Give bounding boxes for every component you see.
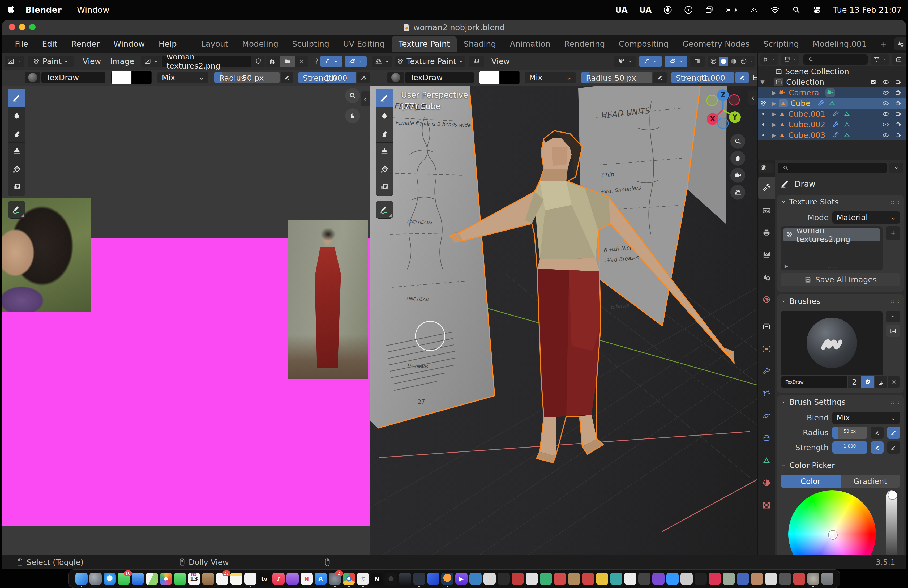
menubar-app-name[interactable]: Blender xyxy=(26,5,61,14)
dock-item-tv[interactable]: tv xyxy=(258,573,270,585)
display-mode-button[interactable] xyxy=(781,55,799,64)
radius-pressure-button[interactable] xyxy=(653,72,667,84)
tool-annotate[interactable] xyxy=(376,201,393,219)
mesh-data-icon[interactable] xyxy=(843,110,851,118)
collapse-icon[interactable] xyxy=(781,199,786,205)
dock-item-app[interactable] xyxy=(554,573,566,585)
strength-slider[interactable]: 1.000 xyxy=(832,441,867,454)
tab-tool[interactable] xyxy=(758,177,775,199)
expand-icon[interactable]: ▶ xyxy=(770,90,779,96)
dock-item-podcasts[interactable] xyxy=(287,573,299,585)
hide-eye-icon[interactable] xyxy=(882,89,889,97)
radius-slider[interactable]: Radius 50 px xyxy=(581,72,652,84)
dock-item-blue-cube[interactable] xyxy=(427,573,440,585)
hide-eye-icon[interactable] xyxy=(882,100,889,107)
proportional-edit-toggle[interactable] xyxy=(320,55,342,67)
sidebar-toggle-left[interactable]: ‹ xyxy=(361,91,370,106)
tab-compositing[interactable]: Compositing xyxy=(612,36,676,52)
tab-constraints[interactable] xyxy=(758,427,775,449)
dock-item-app[interactable] xyxy=(751,573,763,585)
tool-mask[interactable] xyxy=(376,178,393,196)
drop-menu-icon[interactable] xyxy=(663,5,672,14)
image-editor-menu-image[interactable]: Image xyxy=(110,57,134,66)
modifier-icon[interactable] xyxy=(832,110,839,118)
image-canvas[interactable]: ‹ xyxy=(2,85,370,569)
brush-duplicate-button[interactable] xyxy=(874,376,887,388)
brush-unlink-button[interactable] xyxy=(888,376,900,388)
shading-wireframe-button[interactable] xyxy=(708,56,718,66)
viewport-canvas[interactable]: FEMALE Female figure is 2 heads wide TWO… xyxy=(370,85,757,569)
render-visibility-icon[interactable] xyxy=(895,132,902,139)
properties-options-button[interactable] xyxy=(889,163,903,173)
primary-color-swatch[interactable] xyxy=(479,71,499,84)
list-grip[interactable]: :::: xyxy=(828,264,837,269)
dock-item-disc[interactable] xyxy=(385,573,397,585)
outliner-search-input[interactable] xyxy=(803,55,868,64)
keyboard-brightness-icon[interactable] xyxy=(749,5,758,14)
tab-render[interactable] xyxy=(758,199,775,221)
render-visibility-icon[interactable] xyxy=(895,100,902,107)
dock-item-app[interactable] xyxy=(723,573,735,585)
brush-fake-user-button[interactable] xyxy=(861,376,874,388)
dock-item-app[interactable] xyxy=(765,573,777,585)
dock-item-mail[interactable] xyxy=(132,573,144,585)
dock-item-app[interactable] xyxy=(779,573,791,585)
tab-particles[interactable] xyxy=(758,382,775,405)
dock-item-trash[interactable] xyxy=(821,573,833,585)
menu-help[interactable]: Help xyxy=(151,39,184,48)
shading-solid-button[interactable] xyxy=(719,56,728,66)
outliner-row-cube-003[interactable]: ▶ Cube.003 xyxy=(758,130,906,140)
camera-data-icon[interactable] xyxy=(826,89,834,97)
dock-item-app[interactable] xyxy=(582,573,594,585)
tool-annotate[interactable] xyxy=(8,201,26,219)
hide-eye-icon[interactable] xyxy=(882,132,889,139)
visibility-dropdown[interactable] xyxy=(613,55,636,67)
value-slider-handle[interactable] xyxy=(889,491,897,499)
dock-item-app[interactable] xyxy=(737,573,749,585)
collapse-icon[interactable] xyxy=(781,400,786,405)
outliner-row-camera[interactable]: ▶ Camera xyxy=(758,87,906,98)
radius-pressure-button[interactable] xyxy=(871,427,884,439)
play-menu-icon[interactable] xyxy=(684,5,693,14)
hide-eye-icon[interactable] xyxy=(882,78,889,86)
editor-type-button[interactable] xyxy=(372,55,392,67)
value-slider[interactable] xyxy=(887,490,897,562)
brush-select-button[interactable] xyxy=(886,311,900,322)
render-visibility-icon[interactable] xyxy=(895,121,902,128)
render-visibility-icon[interactable] xyxy=(895,78,902,86)
hide-eye-icon[interactable] xyxy=(882,121,889,128)
editor-type-button[interactable] xyxy=(760,55,778,64)
render-visibility-icon[interactable] xyxy=(895,110,902,118)
tab-output[interactable] xyxy=(758,221,775,244)
tool-soften[interactable] xyxy=(376,107,393,125)
dock-item-app[interactable] xyxy=(610,573,622,585)
dock-item-app[interactable] xyxy=(526,573,538,585)
tab-rendering[interactable]: Rendering xyxy=(557,36,612,52)
drag-grip[interactable]: :::: xyxy=(890,199,900,205)
tab-modeling-001[interactable]: Modeling.001 xyxy=(806,36,874,52)
tab-shading[interactable]: Shading xyxy=(457,36,503,52)
outliner-row-cube[interactable]: ▶ Cube xyxy=(758,98,906,109)
brush-name-field[interactable]: TexDraw xyxy=(405,72,474,84)
dock-item-app[interactable] xyxy=(540,573,552,585)
expand-icon[interactable]: ▼ xyxy=(758,79,767,85)
dock-item-appstore[interactable]: A xyxy=(315,573,327,585)
tool-fill[interactable] xyxy=(376,160,393,178)
dock-item-app[interactable] xyxy=(667,573,679,585)
tab-scripting[interactable]: Scripting xyxy=(757,36,806,52)
tab-texture[interactable] xyxy=(758,494,775,516)
dock-item-app[interactable] xyxy=(497,573,510,585)
strength-slider[interactable]: Strength 1.000 xyxy=(671,72,734,84)
tool-soften[interactable] xyxy=(8,107,26,125)
new-collection-button[interactable] xyxy=(892,55,906,64)
secondary-color-swatch[interactable] xyxy=(131,71,151,84)
gizmos-toggle[interactable] xyxy=(639,55,662,67)
dock-item-purple-play[interactable]: ▶ xyxy=(455,573,467,585)
input-source-1[interactable]: UA xyxy=(615,5,628,14)
dock-item-facetime[interactable] xyxy=(174,573,186,585)
dock-item-music[interactable]: ♪ xyxy=(272,573,285,585)
brush-name-field[interactable]: TexDraw xyxy=(781,376,847,388)
viewport-camera-button[interactable] xyxy=(730,168,745,183)
battery-icon[interactable] xyxy=(725,5,737,14)
dock-item-safari[interactable] xyxy=(103,573,116,585)
